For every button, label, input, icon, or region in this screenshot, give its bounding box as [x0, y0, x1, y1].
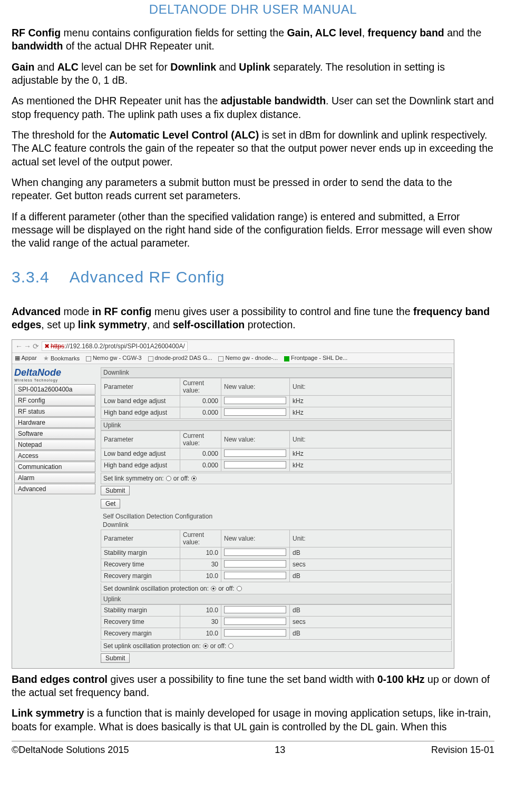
unit-label: kHz: [290, 407, 452, 418]
bold-text: Advanced: [12, 306, 61, 317]
new-value-input[interactable]: [224, 606, 286, 613]
logo-sub: Wireless Technology: [14, 378, 95, 382]
link-symmetry-on-radio[interactable]: [166, 476, 171, 481]
ul-osc-off-radio[interactable]: [228, 643, 233, 649]
ul-osc-on-radio[interactable]: [203, 643, 208, 649]
url-path: ://192.168.0.2/prot/spi/SPI-001A2600400A…: [64, 343, 185, 350]
paragraph-bandwidth: As mentioned the DHR Repeater unit has t…: [12, 94, 494, 121]
text: , and: [147, 319, 173, 330]
table-row: Low band edge adjust 0.000 kHz: [101, 395, 452, 407]
new-value-input[interactable]: [224, 397, 286, 404]
table-row: Recovery margin10.0dB: [101, 570, 452, 582]
table-row: Low band edge adjust 0.000 kHz: [101, 448, 452, 459]
text: As mentioned the DHR Repeater unit has t…: [12, 95, 221, 106]
paragraph-advanced-intro: Advanced mode in RF config menu gives us…: [12, 305, 494, 332]
forward-icon[interactable]: →: [23, 342, 32, 350]
section-heading: 3.3.4Advanced RF Config: [12, 268, 494, 286]
link-symmetry-toggle: Set link symmetry on: or off:: [101, 473, 452, 484]
nav-item-software[interactable]: Software: [14, 428, 95, 439]
get-button[interactable]: Get: [101, 499, 120, 508]
table-row: Recovery time30secs: [101, 559, 452, 570]
table-row: High band edge adjust 0.000 kHz: [101, 407, 452, 418]
footer-copyright: ©DeltaNode Solutions 2015: [12, 745, 129, 756]
nav-item-advanced[interactable]: Advanced: [14, 484, 95, 494]
new-value-input[interactable]: [224, 449, 286, 457]
text: and: [34, 61, 57, 73]
downlink-header: Downlink: [101, 367, 452, 378]
page-title: DELTANODE DHR USER MANUAL: [12, 0, 494, 26]
text: The threshold for the: [12, 129, 109, 141]
bookmark-item[interactable]: dnode-prod2 DAS G...: [148, 355, 212, 361]
url-bar[interactable]: ✖ https://192.168.0.2/prot/spi/SPI-001A2…: [42, 341, 188, 351]
bold-text: link symmetry: [78, 319, 147, 330]
text: and: [216, 61, 239, 73]
col-unit: Unit:: [290, 530, 452, 547]
col-parameter: Parameter: [101, 378, 180, 395]
new-value-input[interactable]: [224, 560, 286, 568]
sod-ul-header: Uplink: [101, 594, 452, 604]
text: menu gives user a possibility to control…: [151, 306, 413, 317]
current-value: 0.000: [180, 395, 221, 407]
nav-item-spi[interactable]: SPI-001a2600400a: [14, 384, 95, 395]
dl-osc-toggle: Set downlink oscillation protection on: …: [101, 583, 452, 594]
submit-button[interactable]: Submit: [101, 486, 130, 495]
bookmark-item[interactable]: Nemo gw - dnode-...: [218, 355, 278, 361]
bookmark-item[interactable]: Frontpage - SHL De...: [284, 355, 347, 361]
new-value-input[interactable]: [224, 408, 286, 416]
bold-text: in RF config: [92, 306, 152, 317]
nav-item-access[interactable]: Access: [14, 451, 95, 461]
bold-text: ALC: [57, 61, 79, 73]
apps-icon[interactable]: ▦ Appar: [15, 355, 37, 361]
current-value: 30: [180, 616, 221, 628]
dl-osc-on-radio[interactable]: [211, 586, 216, 591]
new-value-input[interactable]: [224, 572, 286, 579]
bold-text: Gain: [12, 61, 34, 73]
current-value: 10.0: [180, 628, 221, 639]
param-label: Recovery time: [101, 559, 180, 570]
text: of the actual DHR Repeater unit.: [63, 40, 214, 52]
nav-item-notepad[interactable]: Notepad: [14, 439, 95, 450]
bold-text: Automatic Level Control (ALC): [109, 129, 259, 141]
text: ,: [362, 27, 368, 38]
new-value-input[interactable]: [224, 461, 286, 468]
bold-text: Band edges control: [12, 673, 108, 685]
current-value: 10.0: [180, 604, 221, 616]
bold-text: adjustable bandwidth: [221, 95, 326, 106]
paragraph-link-symmetry: Link symmetry is a function that is main…: [12, 707, 494, 733]
unit-label: kHz: [290, 448, 452, 459]
param-label: Recovery margin: [101, 628, 180, 639]
nav-item-rf-config[interactable]: RF config: [14, 395, 95, 406]
dl-osc-off-radio[interactable]: [237, 586, 242, 591]
bold-text: frequency band: [368, 27, 444, 38]
bold-text: Uplink: [239, 61, 270, 73]
paragraph-rf-config: RF Config menu contains configuration fi…: [12, 26, 494, 53]
bookmark-label: dnode-prod2 DAS G...: [155, 355, 212, 361]
col-newvalue: New value:: [221, 530, 290, 547]
bookmark-item[interactable]: ★ Bookmarks: [43, 355, 80, 362]
back-icon[interactable]: ←: [15, 342, 23, 350]
unit-label: dB: [290, 570, 452, 582]
new-value-input[interactable]: [224, 549, 286, 556]
link-symmetry-off-radio[interactable]: [191, 476, 197, 481]
paragraph-alc-threshold: The threshold for the Automatic Level Co…: [12, 129, 494, 169]
new-value-input[interactable]: [224, 629, 286, 637]
nav-item-hardware[interactable]: Hardware: [14, 417, 95, 428]
page-footer: ©DeltaNode Solutions 2015 13 Revision 15…: [12, 741, 494, 756]
paragraph-submit: When changing any parameters a submit bu…: [12, 176, 494, 203]
paragraph-gain-alc: Gain and ALC level can be set for Downli…: [12, 61, 494, 87]
unit-label: kHz: [290, 459, 452, 471]
nav-item-alarm[interactable]: Alarm: [14, 473, 95, 483]
nav-item-communication[interactable]: Communication: [14, 462, 95, 472]
right-panel: Downlink Parameter Current value: New va…: [98, 364, 454, 668]
table-row: Recovery time30secs: [101, 616, 452, 628]
new-value-input[interactable]: [224, 618, 286, 625]
submit-button[interactable]: Submit: [101, 653, 130, 663]
nav-item-rf-status[interactable]: RF status: [14, 406, 95, 417]
text: menu contains configuration fields for s…: [61, 27, 287, 38]
reload-icon[interactable]: ⟳: [32, 342, 40, 350]
paragraph-error: If a different parameter (other than the…: [12, 210, 494, 250]
text: level can be set for: [79, 61, 171, 73]
current-value: 0.000: [180, 407, 221, 418]
logo-brand: DeltaNode: [14, 367, 95, 378]
bookmark-item[interactable]: Nemo gw - CGW-3: [86, 355, 142, 361]
